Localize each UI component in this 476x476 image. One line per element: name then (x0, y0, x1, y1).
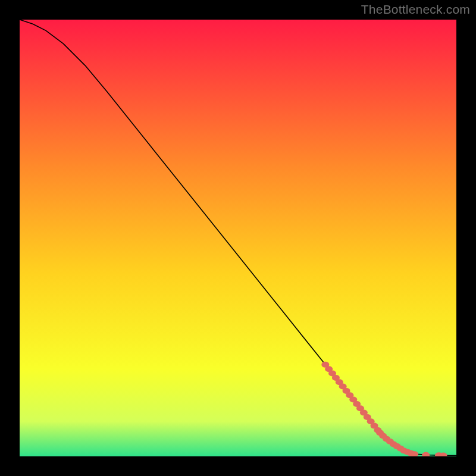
chart-frame: TheBottleneck.com (0, 0, 476, 476)
plot-area (20, 20, 456, 456)
plot-svg (20, 20, 456, 456)
gradient-background (20, 20, 456, 456)
watermark-label: TheBottleneck.com (361, 2, 470, 17)
